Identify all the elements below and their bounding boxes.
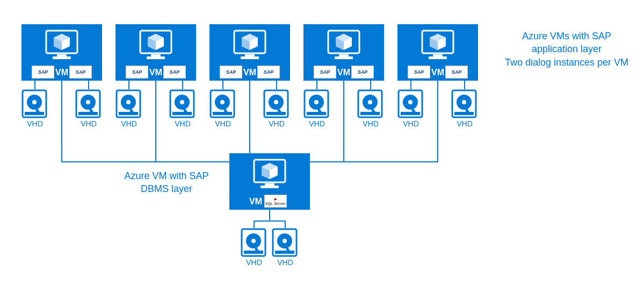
- vhd-disk: VHD: [241, 228, 267, 267]
- vhd-disk: VHD: [21, 89, 48, 128]
- app-vm-3: VM: [209, 24, 290, 81]
- annotation-dbms-layer: Azure VM with SAP DBMS layer: [110, 169, 223, 196]
- connector-line: [155, 81, 156, 161]
- anno-line: DBMS layer: [141, 183, 192, 194]
- connector-line: [285, 220, 286, 228]
- vhd-label: VHD: [241, 258, 267, 267]
- connector-line: [88, 81, 89, 89]
- vm-label: VM: [149, 68, 162, 79]
- connector-line: [437, 81, 438, 161]
- sap-badge-icon: [163, 66, 186, 79]
- monitor-icon: [138, 30, 173, 60]
- monitor-icon: [232, 30, 267, 60]
- connector-line: [343, 81, 344, 161]
- app-vm-2: VM: [115, 24, 196, 81]
- connector-line: [269, 210, 270, 220]
- connector-line: [222, 81, 223, 89]
- vhd-disk: VHD: [451, 89, 478, 128]
- annotation-app-layer: Azure VMs with SAP application layer Two…: [500, 30, 634, 69]
- connector-line: [254, 220, 286, 222]
- app-vm-4: VM: [303, 24, 384, 81]
- connector-line: [61, 81, 62, 161]
- connector-line: [370, 81, 371, 89]
- vhd-disk: VHD: [209, 89, 236, 128]
- vhd-disk: VHD: [115, 89, 142, 128]
- app-vm-5: VM: [397, 24, 478, 81]
- connector-line: [182, 81, 183, 89]
- anno-line: Two dialog instances per VM: [505, 57, 628, 68]
- vhd-label: VHD: [21, 119, 48, 128]
- vm-label: VM: [243, 68, 256, 79]
- sap-badge-icon: [445, 66, 468, 79]
- connector-line: [34, 81, 35, 89]
- connector-line: [316, 81, 317, 89]
- vhd-disk: VHD: [397, 89, 424, 128]
- connector-line: [249, 81, 250, 153]
- vhd-disk: VHD: [263, 89, 290, 128]
- connector-line: [61, 161, 230, 162]
- connector-line: [464, 81, 465, 89]
- sap-badge-icon: [408, 66, 430, 79]
- vhd-label: VHD: [303, 119, 330, 128]
- vhd-disk: VHD: [169, 89, 196, 128]
- vm-label: VM: [337, 68, 350, 79]
- connector-line: [310, 161, 438, 162]
- connector-line: [128, 81, 129, 89]
- sap-badge-icon: [69, 66, 92, 79]
- vhd-label: VHD: [263, 119, 290, 128]
- sql-server-label: SQL Server: [265, 202, 286, 205]
- vhd-label: VHD: [169, 119, 196, 128]
- vhd-label: VHD: [451, 119, 478, 128]
- vhd-disk: VHD: [272, 228, 299, 267]
- vm-label: VM: [431, 68, 444, 79]
- sap-badge-icon: [257, 66, 280, 79]
- sap-badge-icon: [126, 66, 148, 79]
- monitor-icon: [252, 159, 287, 189]
- vhd-label: VHD: [75, 119, 102, 128]
- vhd-label: VHD: [209, 119, 236, 128]
- sap-badge-icon: [351, 66, 374, 79]
- vhd-label: VHD: [272, 258, 299, 267]
- dbms-vm: VM ▸ SQL Server: [229, 153, 310, 210]
- vm-label: VM: [249, 197, 262, 208]
- vhd-disk: VHD: [303, 89, 330, 128]
- app-vm-1: VM: [21, 24, 102, 81]
- anno-line: Azure VM with SAP: [124, 170, 208, 181]
- vm-label: VM: [55, 68, 68, 79]
- monitor-icon: [326, 30, 361, 60]
- vhd-label: VHD: [397, 119, 424, 128]
- connector-line: [254, 220, 255, 228]
- diagram-canvas: VM VM VM VM: [0, 0, 644, 292]
- sap-badge-icon: [220, 66, 242, 79]
- connector-line: [410, 81, 411, 89]
- monitor-icon: [44, 30, 79, 60]
- vhd-label: VHD: [115, 119, 142, 128]
- vhd-label: VHD: [357, 119, 384, 128]
- sap-badge-icon: [314, 66, 336, 79]
- anno-line: application layer: [532, 44, 602, 54]
- sqlserver-badge-icon: ▸ SQL Server: [264, 195, 287, 208]
- vhd-disk: VHD: [75, 89, 102, 128]
- connector-line: [276, 81, 277, 89]
- anno-line: Azure VMs with SAP: [522, 31, 611, 41]
- monitor-icon: [420, 30, 455, 60]
- sap-badge-icon: [32, 66, 54, 79]
- vhd-disk: VHD: [357, 89, 384, 128]
